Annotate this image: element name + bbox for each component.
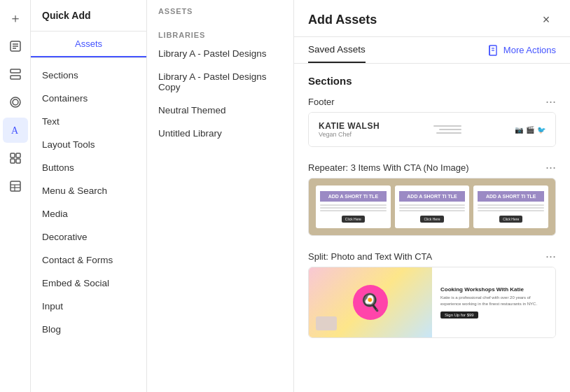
icon-bar: ＋ A xyxy=(0,0,31,392)
tab-assets[interactable]: Assets xyxy=(31,31,146,57)
nav-item-decorative[interactable]: Decorative xyxy=(31,225,146,248)
svg-rect-4 xyxy=(11,69,20,73)
footer-social-icons: 📷🎬🐦 xyxy=(515,126,545,134)
book-icon xyxy=(488,45,499,56)
main-title: Add Assets xyxy=(308,13,377,27)
nav-item-containers[interactable]: Containers xyxy=(31,87,146,110)
quick-add-label[interactable]: Quick Add xyxy=(31,0,146,31)
split-btn: Sign Up for $99 xyxy=(440,312,478,318)
sub-tab-saved-assets[interactable]: Saved Assets xyxy=(308,37,366,63)
nav-item-text[interactable]: Text xyxy=(31,110,146,133)
content-area: Sections Footer ··· KATIE WALSH Vegan Ch… xyxy=(294,64,570,392)
asset-repeater-name: Repeater: 3 Items With CTA (No Image) xyxy=(308,162,469,173)
library-neutral[interactable]: Neutral Themed xyxy=(147,99,293,122)
svg-point-7 xyxy=(11,97,20,107)
left-nav-panel: Quick Add Assets Sections Containers Tex… xyxy=(31,0,147,392)
nav-item-layout-tools[interactable]: Layout Tools xyxy=(31,133,146,156)
icon-grid[interactable] xyxy=(3,146,28,171)
footer-nav xyxy=(433,125,461,134)
library-pastel-copy[interactable]: Library A - Pastel Designs Copy xyxy=(147,65,293,99)
nav-item-sections[interactable]: Sections xyxy=(31,64,146,87)
split-photo-area: 🍳 xyxy=(309,267,432,337)
split-title: Cooking Workshops With Katie xyxy=(440,286,547,293)
svg-point-6 xyxy=(13,99,18,105)
asset-split-more-btn[interactable]: ··· xyxy=(545,250,556,262)
asset-split-name-row: Split: Photo and Text With CTA ··· xyxy=(308,250,556,262)
svg-rect-10 xyxy=(16,153,20,158)
library-pastel[interactable]: Library A - Pastel Designs xyxy=(147,42,293,65)
split-body: Katie is a professional chef with over 2… xyxy=(440,295,547,307)
svg-rect-9 xyxy=(11,153,15,158)
sub-tabs-bar: Saved Assets More Actions xyxy=(294,37,570,64)
nav-item-contact-forms[interactable]: Contact & Forms xyxy=(31,248,146,272)
asset-split-name: Split: Photo and Text With CTA xyxy=(308,251,432,262)
asset-footer-more-btn[interactable]: ··· xyxy=(545,95,556,108)
nav-items-list: Sections Containers Text Layout Tools Bu… xyxy=(31,58,146,392)
nav-item-blog[interactable]: Blog xyxy=(31,318,146,341)
asset-footer-preview[interactable]: KATIE WALSH Vegan Chef 📷🎬🐦 xyxy=(308,112,556,147)
svg-text:A: A xyxy=(11,125,19,136)
asset-split: Split: Photo and Text With CTA ··· 🍳 Coo… xyxy=(308,250,556,338)
svg-rect-5 xyxy=(11,76,20,79)
svg-rect-12 xyxy=(16,159,20,163)
assets-header: ASSETS xyxy=(147,0,293,20)
asset-split-preview[interactable]: 🍳 Cooking Workshops With Katie Katie is … xyxy=(308,267,556,338)
more-actions-tab[interactable]: More Actions xyxy=(488,45,556,56)
icon-layers[interactable] xyxy=(3,90,28,115)
more-actions-label: More Actions xyxy=(503,45,556,55)
footer-logo: KATIE WALSH Vegan Chef xyxy=(319,121,380,138)
asset-repeater-name-row: Repeater: 3 Items With CTA (No Image) ··… xyxy=(308,161,556,174)
nav-item-media[interactable]: Media xyxy=(31,202,146,225)
asset-footer: Footer ··· KATIE WALSH Vegan Chef 📷🎬� xyxy=(308,95,556,147)
icon-pages[interactable] xyxy=(3,34,28,59)
asset-repeater-preview[interactable]: ADD A SHORT TI TLE Click Here ADD A SHOR… xyxy=(308,178,556,236)
icon-text[interactable]: A xyxy=(3,118,28,143)
library-untitled[interactable]: Untitled Library xyxy=(147,122,293,145)
repeater-card-1: ADD A SHORT TI TLE Click Here xyxy=(316,186,391,228)
icon-table[interactable] xyxy=(3,174,28,199)
asset-footer-name: Footer xyxy=(308,97,335,107)
asset-repeater: Repeater: 3 Items With CTA (No Image) ··… xyxy=(308,161,556,236)
asset-repeater-more-btn[interactable]: ··· xyxy=(545,161,556,174)
nav-item-menu-search[interactable]: Menu & Search xyxy=(31,179,146,202)
close-button[interactable]: × xyxy=(536,10,556,29)
asset-footer-name-row: Footer ··· xyxy=(308,95,556,108)
main-header: Add Assets × xyxy=(294,0,570,37)
middle-panel: ASSETS LIBRARIES Library A - Pastel Desi… xyxy=(147,0,294,392)
svg-rect-11 xyxy=(11,159,15,163)
repeater-card-3: ADD A SHORT TI TLE Click Here xyxy=(473,186,548,228)
svg-rect-13 xyxy=(11,181,20,191)
icon-sections[interactable] xyxy=(3,62,28,87)
split-text-area: Cooking Workshops With Katie Katie is a … xyxy=(432,267,555,337)
main-panel: Add Assets × Saved Assets More Actions S… xyxy=(294,0,570,392)
nav-item-buttons[interactable]: Buttons xyxy=(31,156,146,179)
nav-item-embed-social[interactable]: Embed & Social xyxy=(31,272,146,295)
nav-item-input[interactable]: Input xyxy=(31,295,146,318)
icon-add[interactable]: ＋ xyxy=(3,6,28,31)
libraries-header: LIBRARIES xyxy=(147,27,293,42)
nav-tabs: Assets xyxy=(31,31,146,58)
sections-heading: Sections xyxy=(308,75,556,87)
repeater-card-2: ADD A SHORT TI TLE Click Here xyxy=(395,186,470,228)
